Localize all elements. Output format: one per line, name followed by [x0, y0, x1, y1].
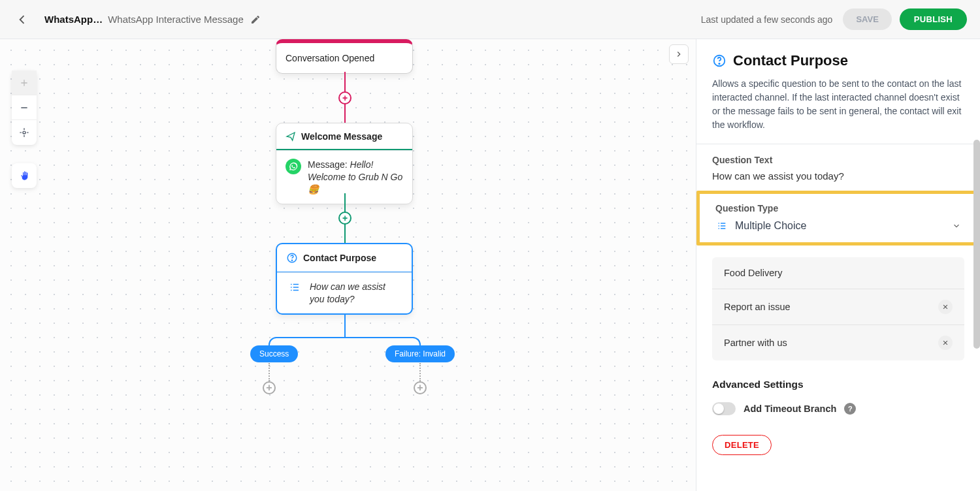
branch-failure-pill[interactable]: Failure: Invalid: [385, 345, 455, 362]
delete-button[interactable]: DELETE: [712, 435, 772, 455]
zoom-toolbar: [12, 71, 37, 145]
branch-failure-connector: [419, 363, 421, 381]
multiple-choice-icon: [286, 281, 303, 294]
back-arrow-icon[interactable]: [16, 13, 29, 26]
node-contact-purpose[interactable]: Contact Purpose How can we assist you to…: [276, 243, 413, 315]
svg-point-2: [291, 260, 292, 261]
app-header: WhatsApp… WhatsApp Interactive Message L…: [0, 0, 980, 39]
properties-panel: Contact Purpose Allows a specific questi…: [696, 39, 980, 491]
svg-point-4: [719, 63, 719, 64]
add-step-after-conversation[interactable]: +: [338, 91, 351, 104]
workflow-subtitle: WhatsApp Interactive Message: [108, 14, 244, 25]
node-question-title: Contact Purpose: [303, 253, 376, 263]
node-question-body: How can we assist you today?: [277, 272, 412, 313]
choice-row[interactable]: Food Delivery: [712, 257, 964, 289]
last-updated-text: Last updated a few seconds ago: [701, 14, 833, 25]
choices-list: Food Delivery Report an issue Partner wi…: [712, 257, 964, 360]
branch-success-connector: [269, 363, 270, 381]
workflow-name: WhatsApp…: [44, 14, 103, 25]
node-welcome-title-row: Welcome Message: [276, 123, 412, 150]
zoom-in-button: [12, 71, 37, 95]
chevron-down-icon: [952, 221, 961, 230]
whatsapp-icon: [286, 159, 301, 174]
panel-question-icon: [712, 54, 727, 68]
add-step-branch-success[interactable]: +: [263, 381, 276, 394]
panel-title-row: Contact Purpose: [712, 52, 964, 69]
remove-choice-button[interactable]: [938, 300, 953, 314]
panel-title: Contact Purpose: [733, 52, 848, 69]
question-type-label: Question Type: [715, 203, 961, 214]
edit-pencil-icon[interactable]: [250, 14, 261, 25]
node-question-text: How can we assist you today?: [310, 281, 402, 306]
question-text-field[interactable]: Question Text How can we assist you toda…: [712, 144, 964, 191]
add-step-after-welcome[interactable]: +: [338, 212, 351, 225]
node-question-title-row: Contact Purpose: [277, 244, 412, 272]
question-text-value: How can we assist you today?: [712, 170, 964, 182]
choice-label: Partner with us: [724, 338, 787, 348]
close-icon: [942, 340, 949, 346]
close-icon: [942, 304, 949, 310]
timeout-branch-toggle[interactable]: [712, 402, 736, 415]
remove-choice-button[interactable]: [938, 336, 953, 350]
node-welcome-message[interactable]: Welcome Message Message: Hello! Welcome …: [276, 123, 413, 204]
pan-toolbar: [12, 163, 37, 188]
node-conversation-opened-title: Conversation Opened: [276, 43, 412, 73]
help-icon[interactable]: ?: [844, 403, 856, 415]
node-welcome-title: Welcome Message: [301, 131, 382, 142]
question-type-highlight-box: Question Type Multiple Choice: [696, 191, 980, 246]
choice-label: Food Delivery: [724, 268, 782, 278]
panel-description: Allows a specific question to be sent to…: [712, 77, 964, 132]
node-welcome-body-prefix: Message:: [308, 159, 350, 170]
pan-hand-button[interactable]: [12, 163, 37, 188]
branch-success-pill[interactable]: Success: [250, 345, 298, 362]
add-step-branch-failure[interactable]: +: [414, 381, 427, 394]
choice-row[interactable]: Partner with us: [712, 325, 964, 360]
svg-point-0: [23, 131, 25, 134]
timeout-branch-row: Add Timeout Branch ?: [712, 402, 964, 415]
list-icon: [715, 221, 728, 231]
branch-stem: [344, 314, 346, 337]
choice-label: Report an issue: [724, 302, 791, 312]
panel-collapse-handle[interactable]: [669, 44, 689, 64]
choice-row[interactable]: Report an issue: [712, 289, 964, 325]
node-conversation-opened[interactable]: Conversation Opened: [276, 39, 413, 74]
zoom-out-button[interactable]: [12, 95, 37, 120]
save-button: SAVE: [843, 8, 891, 30]
question-type-dropdown[interactable]: Multiple Choice: [715, 220, 961, 232]
timeout-branch-label: Add Timeout Branch: [743, 404, 836, 414]
advanced-settings-heading: Advanced Settings: [712, 379, 964, 390]
question-node-icon: [286, 252, 298, 264]
question-text-label: Question Text: [712, 155, 964, 165]
send-message-icon: [286, 131, 296, 142]
center-view-button[interactable]: [12, 120, 37, 145]
question-type-value: Multiple Choice: [735, 220, 806, 232]
publish-button[interactable]: PUBLISH: [900, 8, 967, 30]
panel-scrollbar[interactable]: [973, 140, 980, 349]
